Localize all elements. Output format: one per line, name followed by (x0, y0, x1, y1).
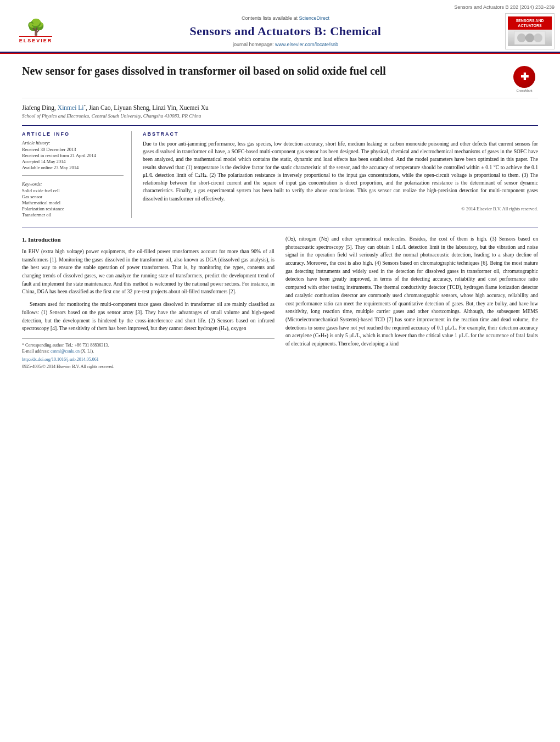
svg-point-3 (534, 34, 542, 42)
history-label: Article history: (22, 140, 124, 146)
email-link[interactable]: csnml@csnlu.cn (51, 349, 80, 354)
email-note: E-mail address: csnml@csnlu.cn (X. Li). (22, 348, 275, 354)
journal-title: Sensors and Actuators B: Chemical (190, 24, 382, 38)
keyword-1: Solid oxide fuel cell (22, 188, 124, 193)
crossmark[interactable]: ✚ CrossMark (511, 66, 538, 92)
body-right-column: (O₂), nitrogen (N₂) and other symmetrica… (285, 235, 538, 370)
introduction-heading: 1. Introduction (22, 235, 275, 244)
abstract-column: ABSTRACT Due to the poor anti-jamming pe… (143, 131, 538, 218)
elsevier-logo: 🌳 ELSEVIER (5, 13, 66, 49)
intro-paragraph-2: Sensors used for monitoring the multi-co… (22, 300, 275, 333)
journal-homepage: journal homepage: www.elsevier.com/locat… (233, 42, 338, 47)
journal-url[interactable]: www.elsevier.com/locate/snb (275, 42, 338, 47)
keywords-label: Keywords: (22, 181, 124, 187)
svg-point-1 (517, 34, 526, 42)
keyword-2: Gas sensor (22, 194, 124, 199)
received-date: Received 30 December 2013 (22, 147, 124, 152)
abstract-copyright: © 2014 Elsevier B.V. All rights reserved… (143, 206, 538, 211)
crossmark-icon: ✚ (513, 66, 535, 88)
article-title-section: New sensor for gases dissolved in transf… (22, 64, 538, 98)
issn-line: 0925-4005/© 2014 Elsevier B.V. All right… (22, 364, 275, 370)
authors: Jiafeng Ding, Xinmei Li*, Jian Cao, Liyu… (22, 104, 538, 111)
abstract-text: Due to the poor anti-jamming performance… (143, 140, 538, 203)
article-title: New sensor for gases dissolved in transf… (22, 64, 386, 78)
keyword-4: Polarization resistance (22, 206, 124, 211)
keyword-5: Transformer oil (22, 212, 124, 217)
affiliation: School of Physics and Electronics, Centr… (22, 113, 538, 119)
accepted-date: Accepted 14 May 2014 (22, 159, 124, 164)
online-date: Available online 23 May 2014 (22, 165, 124, 170)
sensors-actuators-logo: SENSORS AND ACTUATORS (505, 13, 555, 49)
corresponding-author-note: * Corresponding author. Tel.: +86 731 88… (22, 342, 275, 348)
header-center: Contents lists available at ScienceDirec… (66, 13, 505, 49)
keywords-block: Keywords: Solid oxide fuel cell Gas sens… (22, 181, 124, 217)
svg-point-2 (525, 34, 534, 42)
article-history-block: Article history: Received 30 December 20… (22, 140, 124, 176)
body-left-column: 1. Introduction In EHV (extra high volta… (22, 235, 275, 370)
tree-icon: 🌳 (26, 20, 46, 35)
elsevier-label: ELSEVIER (19, 36, 53, 43)
article-info-column: ARTICLE INFO Article history: Received 3… (22, 131, 132, 218)
keyword-3: Mathematical model (22, 200, 124, 205)
reference-line: Sensors and Actuators B 202 (2014) 232–2… (0, 3, 560, 11)
contents-available: Contents lists available at ScienceDirec… (242, 15, 329, 21)
abstract-heading: ABSTRACT (143, 131, 538, 137)
intro-paragraph-3: (O₂), nitrogen (N₂) and other symmetrica… (285, 235, 538, 348)
author-xinmei[interactable]: Xinmei Li (58, 104, 84, 111)
footnote-section: * Corresponding author. Tel.: +86 731 88… (22, 338, 275, 370)
article-info-heading: ARTICLE INFO (22, 131, 124, 137)
intro-paragraph-1: In EHV (extra high voltage) power equipm… (22, 248, 275, 296)
revised-date: Received in revised form 21 April 2014 (22, 153, 124, 158)
sciencedirect-link[interactable]: ScienceDirect (299, 15, 330, 21)
doi-link[interactable]: http://dx.doi.org/10.1016/j.snb.2014.05.… (22, 356, 275, 363)
main-content: 1. Introduction In EHV (extra high volta… (22, 227, 538, 370)
sensors-logo-bottom (508, 30, 552, 46)
sensors-logo-text: SENSORS AND ACTUATORS (508, 16, 552, 30)
crossmark-label: CrossMark (516, 89, 532, 92)
